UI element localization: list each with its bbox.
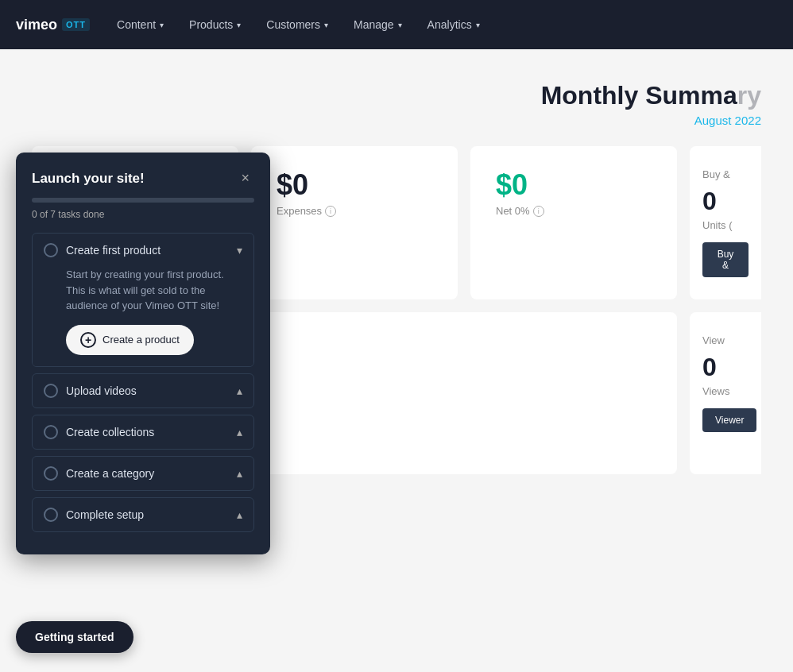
ott-badge: OTT: [62, 18, 90, 31]
expenses-label: Expenses i: [277, 205, 432, 217]
nav-item-products[interactable]: Products ▾: [178, 12, 252, 37]
task-create-first-product: Create first product ▾ Start by creating…: [32, 233, 254, 367]
buy-button[interactable]: Buy &: [702, 242, 749, 277]
task-header-upload-videos[interactable]: Upload videos ▴: [33, 374, 253, 407]
task-create-category: Create a category ▴: [32, 456, 254, 491]
nav-item-manage[interactable]: Manage ▾: [342, 12, 413, 37]
info-icon[interactable]: i: [533, 206, 544, 217]
logo: vimeo OTT: [16, 17, 90, 33]
expenses-card: $0 Expenses i: [251, 146, 458, 299]
dashboard-header: Monthly Summary August 2022: [32, 81, 761, 127]
navbar: vimeo OTT Content ▾ Products ▾ Customers…: [0, 0, 793, 49]
chevron-down-icon: ▾: [476, 21, 480, 29]
task-label: Complete setup: [66, 508, 144, 521]
net-value: $0: [496, 168, 652, 202]
task-left: Create first product: [44, 243, 161, 257]
net-card: $0 Net 0% i: [470, 146, 677, 299]
nav-items: Content ▾ Products ▾ Customers ▾ Manage …: [106, 12, 777, 37]
chevron-up-icon: ▴: [237, 384, 242, 397]
dashboard-subtitle: August 2022: [32, 114, 761, 127]
getting-started-button[interactable]: Getting started: [16, 621, 133, 653]
task-label: Create collections: [66, 426, 154, 438]
task-left: Create collections: [44, 425, 154, 439]
task-label: Create first product: [66, 244, 161, 257]
task-left: Create a category: [44, 466, 154, 481]
views-label: Views: [702, 385, 749, 397]
info-icon[interactable]: i: [325, 206, 336, 217]
plus-circle-icon: +: [80, 332, 96, 348]
chevron-down-icon: ▾: [398, 21, 402, 29]
task-circle: [44, 384, 58, 398]
task-description: Start by creating your first product. Th…: [66, 267, 242, 314]
nav-item-customers[interactable]: Customers ▾: [255, 12, 339, 37]
task-upload-videos: Upload videos ▴: [32, 373, 254, 408]
nav-item-analytics[interactable]: Analytics ▾: [416, 12, 491, 37]
progress-label: 0 of 7 tasks done: [32, 209, 254, 220]
task-create-collections: Create collections ▴: [32, 415, 254, 450]
buy-units-label: Units (: [702, 219, 749, 231]
buy-units-value: 0: [702, 187, 749, 216]
chevron-down-icon: ▾: [237, 21, 241, 29]
dashboard-title: Monthly Summary: [32, 81, 761, 110]
buy-card-partial: Buy & 0 Units ( Buy &: [690, 146, 761, 299]
create-product-button[interactable]: + Create a product: [66, 325, 194, 355]
chevron-down-icon: ▾: [160, 21, 164, 29]
net-label: Net 0% i: [496, 205, 652, 217]
brand-name: vimeo: [16, 17, 57, 33]
task-header-create-category[interactable]: Create a category ▴: [33, 457, 253, 490]
task-left: Upload videos: [44, 384, 137, 398]
views-card-title: View: [702, 334, 749, 346]
buy-card-title: Buy &: [702, 168, 749, 180]
expenses-value: $0: [277, 168, 432, 202]
views-value: 0: [702, 353, 749, 382]
nav-item-content[interactable]: Content ▾: [106, 12, 175, 37]
launch-title: Launch your site!: [32, 171, 145, 187]
task-header-create-collections[interactable]: Create collections ▴: [33, 415, 253, 449]
task-header-create-first-product[interactable]: Create first product ▾: [33, 234, 253, 267]
progress-bar-background: [32, 198, 254, 203]
chevron-down-icon: ▾: [237, 244, 242, 257]
task-complete-setup: Complete setup ▴: [32, 497, 254, 532]
chevron-up-icon: ▴: [237, 508, 242, 521]
task-circle: [44, 466, 58, 481]
viewer-button[interactable]: Viewer: [702, 408, 756, 432]
content-area: Monthly Summary August 2022 $0 Revenue i…: [0, 49, 793, 672]
views-card-partial: View 0 Views Viewer: [690, 312, 761, 474]
task-expanded-content: Start by creating your first product. Th…: [33, 267, 253, 366]
launch-panel: Launch your site! × 0 of 7 tasks done Cr…: [16, 153, 270, 554]
launch-header: Launch your site! ×: [32, 168, 254, 188]
task-left: Complete setup: [44, 508, 144, 522]
task-label: Upload videos: [66, 384, 137, 397]
close-button[interactable]: ×: [236, 168, 254, 188]
chevron-down-icon: ▾: [324, 21, 328, 29]
task-header-complete-setup[interactable]: Complete setup ▴: [33, 498, 253, 531]
chevron-up-icon: ▴: [237, 426, 242, 438]
task-circle: [44, 243, 58, 257]
task-label: Create a category: [66, 467, 154, 480]
task-circle: [44, 508, 58, 522]
chevron-up-icon: ▴: [237, 467, 242, 480]
task-circle: [44, 425, 58, 439]
